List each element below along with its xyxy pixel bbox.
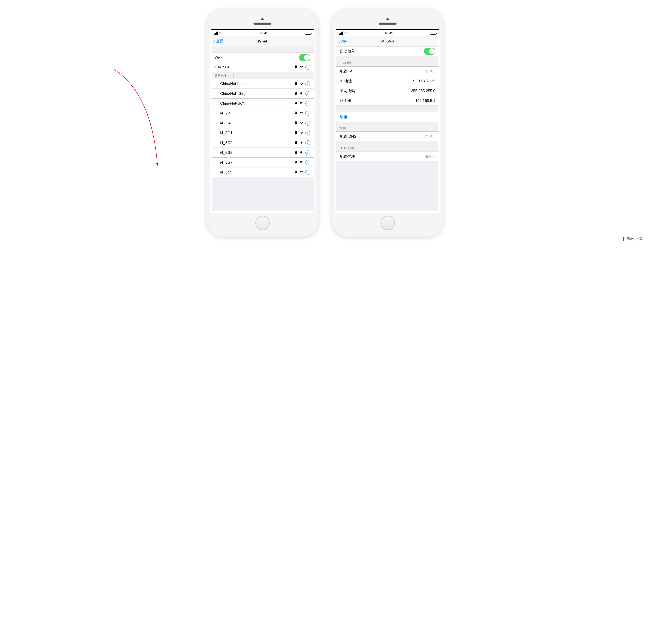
network-row[interactable]: i4_2.4_1i bbox=[211, 118, 314, 128]
auto-join-toggle[interactable] bbox=[424, 48, 435, 55]
network-row[interactable]: ChinaNet-fG2gi bbox=[211, 89, 314, 99]
wifi-strength-icon bbox=[299, 101, 303, 105]
nav-bar: ‹ Wi-Fi i4_5G6 bbox=[336, 36, 439, 46]
home-button[interactable] bbox=[381, 216, 395, 230]
status-time: 09:41 bbox=[385, 31, 393, 35]
renew-lease-button[interactable]: 续租 bbox=[336, 112, 439, 122]
router-value: 192.168.5.1 bbox=[415, 99, 435, 103]
configure-dns-row[interactable]: 配置 DNS 自动 › bbox=[336, 131, 439, 141]
subnet-mask-row: 子网掩码 255.255.255.0 bbox=[336, 86, 439, 96]
wifi-status-icon bbox=[344, 31, 348, 35]
wifi-toggle-row[interactable]: Wi-Fi bbox=[211, 53, 314, 62]
back-button[interactable]: ‹ Wi-Fi bbox=[338, 38, 349, 44]
speaker-grill bbox=[254, 23, 272, 25]
info-icon[interactable]: i bbox=[305, 91, 310, 96]
subnet-mask-label: 子网掩码 bbox=[340, 88, 411, 94]
chevron-right-icon: › bbox=[434, 69, 435, 74]
proxy-section-header: HTTP 代理 bbox=[336, 141, 439, 151]
info-icon[interactable]: i bbox=[305, 65, 310, 70]
wifi-strength-icon bbox=[299, 92, 303, 96]
network-row[interactable]: i4_Lani bbox=[211, 167, 314, 177]
configure-dns-label: 配置 DNS bbox=[340, 134, 425, 139]
watermark-text: 华夏热点网 bbox=[626, 237, 643, 241]
info-icon[interactable]: i bbox=[305, 150, 310, 155]
lock-icon bbox=[295, 111, 297, 115]
network-row[interactable]: i4_5G2i bbox=[211, 138, 314, 148]
ip-address-row: IP 地址 192.168.5.125 bbox=[336, 76, 439, 86]
auto-join-label: 自动加入 bbox=[340, 49, 424, 54]
phone-hardware-top bbox=[336, 13, 439, 29]
info-icon[interactable]: i bbox=[305, 170, 310, 175]
network-list: ChinaNet-bexeiChinaNet-fG2giChinaNet-JKY… bbox=[211, 79, 314, 177]
info-icon[interactable]: i bbox=[305, 121, 310, 126]
checkmark-icon: ✓ bbox=[212, 65, 218, 70]
lock-icon bbox=[295, 101, 297, 105]
network-row[interactable]: i4_2.4i bbox=[211, 108, 314, 118]
ipv4-section-header: IPV4 地址 bbox=[336, 56, 439, 66]
network-name: ChinaNet-JKYn bbox=[220, 101, 295, 106]
nav-bar: ‹ 设置 Wi-Fi bbox=[211, 36, 314, 46]
speaker-grill bbox=[378, 23, 396, 25]
subnet-mask-value: 255.255.255.0 bbox=[411, 89, 435, 93]
network-row[interactable]: i4_5G5i bbox=[211, 148, 314, 158]
svg-rect-6 bbox=[295, 132, 297, 134]
battery-icon bbox=[430, 32, 436, 35]
lock-icon bbox=[295, 170, 297, 174]
configure-ip-label: 配置 IP bbox=[340, 69, 425, 74]
wifi-strength-icon bbox=[299, 65, 303, 69]
svg-rect-0 bbox=[295, 67, 297, 68]
camera-dot bbox=[387, 18, 389, 20]
network-name: i4_5G1 bbox=[220, 131, 295, 135]
back-label: 设置 bbox=[216, 39, 223, 44]
back-label: Wi-Fi bbox=[340, 39, 350, 43]
chevron-left-icon: ‹ bbox=[338, 38, 340, 44]
wifi-strength-icon bbox=[299, 151, 303, 155]
renew-lease-label: 续租 bbox=[340, 114, 347, 120]
lock-icon bbox=[295, 121, 297, 125]
status-bar: 09:41 bbox=[211, 30, 314, 36]
info-icon[interactable]: i bbox=[305, 140, 310, 145]
home-button[interactable] bbox=[255, 216, 270, 230]
svg-rect-1 bbox=[295, 83, 297, 85]
network-row[interactable]: ChinaNet-bexei bbox=[211, 79, 314, 89]
wifi-strength-icon bbox=[299, 111, 303, 115]
network-row[interactable]: ChinaNet-JKYni bbox=[211, 99, 314, 108]
network-detail-content: 自动加入 IPV4 地址 配置 IP 自动 › IP 地址 192.168.5.… bbox=[336, 46, 439, 212]
phone-left: 09:41 ‹ 设置 Wi-Fi Wi-Fi ✓ i4_5G6 bbox=[207, 9, 318, 237]
wifi-list-content: Wi-Fi ✓ i4_5G6 i 选取网络… bbox=[211, 46, 314, 212]
network-name: ChinaNet-bexe bbox=[220, 81, 295, 86]
network-row[interactable]: i4_5G1i bbox=[211, 128, 314, 138]
info-icon[interactable]: i bbox=[305, 131, 310, 135]
info-icon[interactable]: i bbox=[305, 81, 310, 86]
configure-proxy-row[interactable]: 配置代理 关闭 › bbox=[336, 151, 439, 161]
cellular-signal-icon bbox=[214, 32, 218, 35]
network-name: i4_Lan bbox=[220, 170, 295, 175]
info-icon[interactable]: i bbox=[305, 101, 310, 106]
router-label: 路由器 bbox=[340, 98, 415, 103]
wifi-strength-icon bbox=[299, 161, 303, 164]
watermark-logo-icon: |} bbox=[623, 236, 626, 241]
auto-join-row[interactable]: 自动加入 bbox=[336, 46, 439, 56]
router-row: 路由器 192.168.5.1 bbox=[336, 96, 439, 106]
annotation-arrow bbox=[107, 67, 174, 174]
screen-left: 09:41 ‹ 设置 Wi-Fi Wi-Fi ✓ i4_5G6 bbox=[211, 29, 314, 212]
svg-rect-2 bbox=[295, 93, 297, 95]
lock-icon bbox=[295, 92, 297, 96]
network-name: i4_5G7 bbox=[220, 160, 295, 165]
svg-rect-7 bbox=[295, 142, 297, 144]
info-icon[interactable]: i bbox=[305, 111, 310, 116]
svg-rect-3 bbox=[295, 103, 297, 104]
wifi-status-icon bbox=[219, 31, 223, 35]
wifi-strength-icon bbox=[299, 141, 303, 145]
lock-icon bbox=[295, 141, 297, 145]
network-row[interactable]: i4_5G7i bbox=[211, 158, 314, 167]
configure-ip-row[interactable]: 配置 IP 自动 › bbox=[336, 66, 439, 76]
wifi-toggle-switch[interactable] bbox=[299, 54, 310, 61]
lock-icon bbox=[295, 65, 297, 69]
configure-proxy-label: 配置代理 bbox=[340, 154, 425, 159]
back-button[interactable]: ‹ 设置 bbox=[213, 38, 223, 44]
chevron-left-icon: ‹ bbox=[213, 38, 215, 44]
info-icon[interactable]: i bbox=[305, 160, 310, 165]
current-network-row[interactable]: ✓ i4_5G6 i bbox=[211, 62, 314, 72]
configure-proxy-value: 关闭 bbox=[425, 154, 433, 159]
